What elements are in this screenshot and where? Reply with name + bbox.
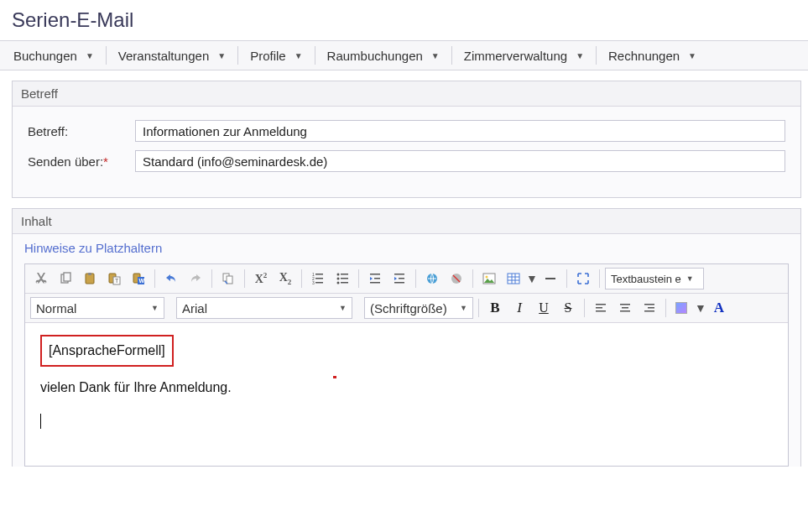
svg-rect-42 [596,310,606,312]
format-dropdown[interactable]: Normal ▼ [30,297,164,319]
textbaustein-dropdown[interactable]: Textbaustein e ▼ [605,268,704,289]
cut-icon[interactable] [30,268,52,289]
menu-label: Raumbuchungen [327,49,423,63]
text-caret-icon [40,414,41,429]
link-placeholder-hints[interactable]: Hinweise zu Platzhaltern [13,234,174,263]
maximize-icon[interactable] [572,268,594,289]
undo-icon[interactable] [160,268,182,289]
paste-word-icon[interactable]: W [128,268,149,289]
find-replace-icon[interactable] [217,268,239,289]
menu-zimmerverwaltung[interactable]: Zimmerverwaltung ▼ [456,44,592,67]
svg-rect-46 [644,304,654,305]
dropdown-caret-icon: ▼ [688,51,696,60]
redo-icon[interactable] [185,268,206,289]
table-dropdown-icon[interactable]: ▼ [527,268,537,289]
editor-line: vielen Dank für Ihre Anmeldung. [40,377,773,399]
svg-point-33 [486,276,488,279]
menu-raumbuchungen[interactable]: Raumbuchungen ▼ [319,44,448,67]
dropdown-caret-icon: ▼ [460,304,467,312]
toolbar-separator [211,269,212,288]
menu-profile[interactable]: Profile ▼ [242,44,310,67]
svg-rect-11 [227,276,232,284]
label-sender: Senden über:* [28,154,135,169]
horizontal-rule-icon[interactable] [540,268,561,289]
subscript-icon[interactable]: X2 [274,268,296,289]
section-header-inhalt: Inhalt [13,209,800,234]
dropdown-caret-icon: ▼ [295,51,303,60]
paste-text-icon[interactable]: T [103,268,125,289]
underline-button[interactable]: U [533,297,555,319]
svg-point-22 [337,282,340,284]
dropdown-caret-icon: ▼ [217,51,226,60]
svg-rect-25 [374,278,380,279]
font-value: Arial [182,301,207,316]
svg-rect-34 [508,274,519,284]
placeholder-tag-ansprache: [AnspracheFormell] [40,335,174,367]
menu-label: Zimmerverwaltung [464,49,567,63]
copy-icon[interactable] [55,268,76,289]
dropdown-caret-icon: ▼ [86,51,94,60]
input-betreff[interactable] [135,120,785,142]
page-title: Serien-E-Mail [0,0,808,40]
svg-rect-3 [88,273,91,275]
section-inhalt: Inhalt Hinweise zu Platzhaltern T W [12,208,801,467]
svg-rect-13 [315,274,323,275]
numbered-list-icon[interactable]: 123 [307,268,329,289]
menu-rechnungen[interactable]: Rechnungen ▼ [600,44,705,67]
label-betreff: Betreff: [28,124,135,138]
menu-veranstaltungen[interactable]: Veranstaltungen ▼ [110,44,234,67]
bullet-list-icon[interactable] [331,268,353,289]
toolbar-separator [358,269,359,288]
toolbar-separator [566,269,567,288]
rich-text-editor: T W X2 X2 123 [24,263,789,467]
svg-rect-23 [341,282,348,284]
svg-rect-28 [399,278,404,279]
table-icon[interactable] [503,268,524,289]
align-left-icon[interactable] [590,297,612,319]
menu-separator [106,46,107,65]
outdent-icon[interactable] [364,268,386,289]
menu-buchungen[interactable]: Buchungen ▼ [5,44,102,67]
required-marker: * [103,154,108,169]
image-icon[interactable] [478,268,500,289]
bgcolor-dropdown-icon[interactable]: ▼ [696,297,706,319]
editor-content-area[interactable]: [AnspracheFormell] vielen Dank für Ihre … [25,323,788,466]
label-sender-text: Senden über: [28,154,103,169]
align-right-icon[interactable] [639,297,660,319]
bold-button[interactable]: B [484,297,506,319]
menu-separator [596,46,597,65]
menu-label: Rechnungen [608,49,680,63]
section-header-betreff: Betreff [13,81,800,107]
unlink-icon[interactable] [446,268,467,289]
field-row-sender: Senden über:* [28,150,785,172]
svg-rect-24 [370,274,380,275]
background-color-button[interactable] [671,297,693,319]
input-sender[interactable] [135,150,785,172]
toolbar-separator [301,269,302,288]
font-dropdown[interactable]: Arial ▼ [176,297,352,319]
svg-rect-41 [596,307,602,309]
toolbar-separator [244,269,245,288]
link-icon[interactable] [421,268,443,289]
svg-text:W: W [139,278,145,284]
paste-icon[interactable] [79,268,101,289]
superscript-icon[interactable]: X2 [250,268,272,289]
svg-rect-45 [620,310,630,312]
dropdown-caret-icon: ▼ [431,51,440,60]
svg-rect-19 [341,274,348,275]
dropdown-caret-icon: ▼ [151,304,159,312]
indent-icon[interactable] [388,268,410,289]
align-center-icon[interactable] [614,297,636,319]
italic-button[interactable]: I [508,297,530,319]
main-menubar: Buchungen ▼ Veranstaltungen ▼ Profile ▼ … [0,40,808,70]
svg-text:3: 3 [312,280,315,285]
toolbar-separator [154,269,155,288]
menu-label: Buchungen [13,49,77,63]
svg-rect-29 [394,282,404,284]
toolbar-separator [599,269,600,288]
fontsize-dropdown[interactable]: (Schriftgröße) ▼ [364,297,473,319]
svg-rect-27 [394,274,404,275]
strikethrough-button[interactable]: S [557,297,579,319]
text-color-button[interactable]: A [708,297,730,319]
field-row-betreff: Betreff: [28,120,785,142]
